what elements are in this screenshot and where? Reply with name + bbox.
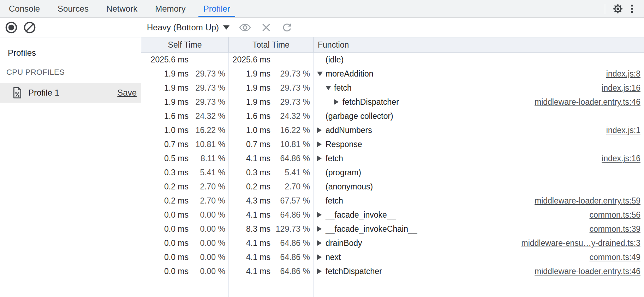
exclude-function-x-icon[interactable] (261, 22, 272, 33)
triangle-right-expander-icon[interactable] (317, 240, 326, 246)
total-time-ms: 0.2 ms (229, 182, 270, 192)
caret-down-icon (223, 25, 229, 30)
self-time-ms: 0.5 ms (141, 154, 189, 163)
profiler-main: Profiles CPU PROFILES Profile 1Save Self… (0, 37, 644, 297)
total-time-cell: 1.9 ms29.73 % (229, 97, 314, 107)
function-name: moreAddition (326, 69, 374, 79)
table-row[interactable]: 1.0 ms16.22 %1.0 ms16.22 %addNumbersinde… (141, 123, 644, 137)
source-file-link[interactable]: index.js:16 (593, 83, 644, 93)
restore-functions-refresh-icon[interactable] (281, 22, 293, 34)
self-time-cell: 0.0 ms0.00 % (141, 210, 229, 220)
profile-list: Profile 1Save (0, 83, 141, 103)
total-time-ms: 1.0 ms (229, 126, 270, 135)
source-file-link[interactable]: middleware-loader.entry.ts:46 (526, 267, 644, 276)
total-time-cell: 0.3 ms5.41 % (229, 168, 314, 177)
triangle-right-expander-icon[interactable] (317, 156, 326, 161)
total-time-ms: 4.1 ms (229, 267, 270, 276)
triangle-right-expander-icon[interactable] (317, 212, 326, 218)
table-row[interactable]: 1.6 ms24.32 %1.6 ms24.32 %(garbage colle… (141, 109, 644, 123)
function-cell: drainBodymiddleware-ensu…y-drained.ts:3 (314, 238, 644, 248)
total-time-cell: 4.1 ms64.86 % (229, 253, 314, 262)
table-row[interactable]: 0.0 ms0.00 %4.1 ms64.86 %nextcommon.ts:4… (141, 250, 644, 264)
column-header-self-time[interactable]: Self Time (141, 37, 229, 52)
profile-document-percent-icon (12, 87, 23, 99)
source-file-link[interactable]: middleware-ensu…y-drained.ts:3 (513, 238, 644, 248)
function-cell: fetchDispatchermiddleware-loader.entry.t… (314, 97, 644, 107)
total-time-percent: 5.41 % (270, 168, 314, 177)
table-row[interactable]: 0.0 ms0.00 %8.3 ms129.73 %__facade_invok… (141, 222, 644, 236)
table-row[interactable]: 0.3 ms5.41 %0.3 ms5.41 %(program) (141, 165, 644, 180)
triangle-down-expander-icon[interactable] (317, 72, 326, 76)
self-time-ms: 0.0 ms (141, 267, 189, 276)
column-header-function[interactable]: Function (314, 37, 644, 52)
self-time-percent: 16.22 % (189, 126, 229, 135)
source-file-link[interactable]: middleware-loader.entry.ts:46 (526, 97, 644, 107)
total-time-cell: 0.2 ms2.70 % (229, 182, 314, 192)
tab-memory[interactable]: Memory (150, 0, 191, 17)
table-row[interactable]: 0.0 ms0.00 %4.1 ms64.86 %__facade_invoke… (141, 208, 644, 222)
record-button[interactable] (5, 21, 18, 34)
self-time-ms: 1.9 ms (141, 69, 189, 79)
function-cell: (anonymous) (314, 182, 644, 192)
total-time-percent: 64.86 % (270, 238, 314, 248)
self-time-ms: 0.0 ms (141, 224, 189, 234)
triangle-right-expander-icon[interactable] (317, 141, 326, 147)
table-row[interactable]: 2025.6 ms2025.6 ms(idle) (141, 53, 644, 67)
settings-gear-icon[interactable] (611, 2, 625, 16)
triangle-right-expander-icon[interactable] (317, 127, 326, 133)
table-row[interactable]: 1.9 ms29.73 %1.9 ms29.73 %fetchindex.js:… (141, 81, 644, 95)
source-file-link[interactable]: common.ts:39 (581, 224, 644, 234)
function-name: Response (326, 140, 362, 149)
source-file-link[interactable]: common.ts:56 (581, 210, 644, 220)
grid-body: 2025.6 ms2025.6 ms(idle)1.9 ms29.73 %1.9… (141, 53, 644, 297)
triangle-right-expander-icon[interactable] (317, 254, 326, 260)
tab-profiler[interactable]: Profiler (198, 0, 235, 17)
kebab-menu-icon[interactable] (625, 2, 639, 16)
table-row[interactable]: 0.2 ms2.70 %4.3 ms67.57 %fetchmiddleware… (141, 194, 644, 208)
devtools-tabbar: ConsoleSourcesNetworkMemoryProfiler (0, 0, 644, 18)
function-name: (anonymous) (326, 182, 373, 192)
triangle-right-expander-icon[interactable] (317, 226, 326, 232)
total-time-ms: 4.3 ms (229, 196, 270, 206)
source-file-link[interactable]: common.ts:49 (581, 253, 644, 262)
total-time-percent: 64.86 % (270, 154, 314, 163)
table-row[interactable]: 1.9 ms29.73 %1.9 ms29.73 %moreAdditionin… (141, 67, 644, 81)
tab-network[interactable]: Network (101, 0, 142, 17)
source-file-link[interactable]: middleware-loader.entry.ts:59 (526, 196, 644, 206)
table-row[interactable]: 1.9 ms29.73 %1.9 ms29.73 %fetchDispatche… (141, 95, 644, 109)
function-cell: fetchDispatchermiddleware-loader.entry.t… (314, 267, 644, 276)
function-name: __facade_invoke__ (326, 210, 396, 220)
table-row[interactable]: 0.7 ms10.81 %0.7 ms10.81 %Response (141, 137, 644, 151)
self-time-percent: 0.00 % (189, 267, 229, 276)
table-row[interactable]: 0.0 ms0.00 %4.1 ms64.86 %fetchDispatcher… (141, 264, 644, 278)
profile-list-item[interactable]: Profile 1Save (0, 83, 141, 103)
self-time-cell: 0.2 ms2.70 % (141, 182, 229, 192)
triangle-right-expander-icon[interactable] (334, 99, 342, 105)
table-row[interactable]: 0.0 ms0.00 %4.1 ms64.86 %drainBodymiddle… (141, 236, 644, 250)
function-cell: __facade_invokeChain__common.ts:39 (314, 224, 644, 234)
total-time-cell: 0.7 ms10.81 % (229, 140, 314, 149)
profile-view-select-value: Heavy (Bottom Up) (147, 23, 219, 32)
self-time-cell: 0.0 ms0.00 % (141, 224, 229, 234)
source-file-link[interactable]: index.js:8 (598, 69, 644, 79)
table-row[interactable]: 0.2 ms2.70 %0.2 ms2.70 %(anonymous) (141, 180, 644, 194)
column-header-total-time[interactable]: Total Time (229, 37, 314, 52)
total-time-cell: 8.3 ms129.73 % (229, 224, 314, 234)
save-profile-link[interactable]: Save (117, 88, 137, 98)
triangle-right-expander-icon[interactable] (317, 268, 326, 274)
self-time-percent: 29.73 % (189, 69, 229, 79)
self-time-ms: 0.2 ms (141, 182, 189, 192)
total-time-cell: 1.9 ms29.73 % (229, 69, 314, 79)
table-row[interactable]: 0.5 ms8.11 %4.1 ms64.86 %fetchindex.js:1… (141, 151, 644, 165)
tab-sources[interactable]: Sources (53, 0, 94, 17)
source-file-link[interactable]: index.js:16 (593, 154, 644, 163)
total-time-percent: 24.32 % (270, 111, 314, 121)
clear-profiles-button[interactable] (23, 21, 36, 34)
triangle-down-expander-icon[interactable] (326, 86, 334, 90)
tab-console[interactable]: Console (4, 0, 45, 17)
profile-view-select[interactable]: Heavy (Bottom Up) (147, 23, 229, 32)
source-file-link[interactable]: index.js:1 (598, 126, 644, 135)
devtools-window: ConsoleSourcesNetworkMemoryProfiler (0, 0, 644, 297)
function-cell: (program) (314, 168, 644, 177)
focus-function-eye-icon[interactable] (239, 21, 251, 34)
